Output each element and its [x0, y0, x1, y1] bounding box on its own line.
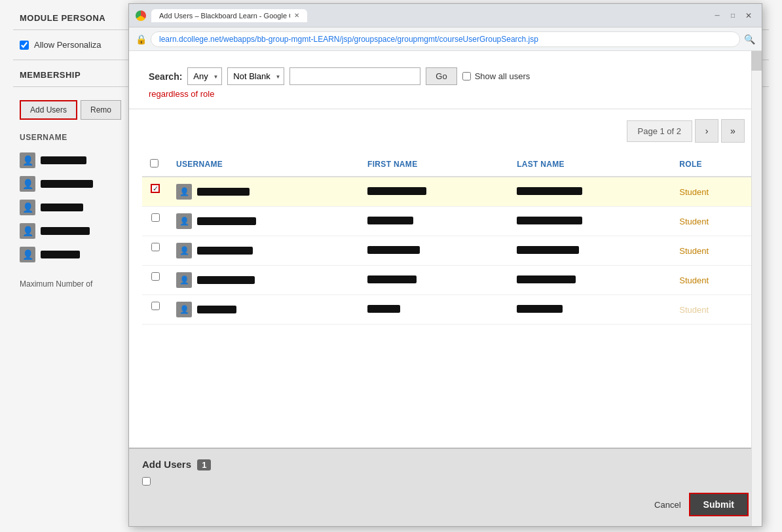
next-page-button[interactable]: › — [695, 119, 718, 143]
avatar: 👤 — [176, 302, 192, 317]
last-page-button[interactable]: » — [721, 119, 745, 143]
minimize-button[interactable]: ─ — [711, 9, 724, 22]
search-section: Search: Any Not Blank Go Show all users — [129, 51, 762, 109]
maximize-button[interactable]: □ — [726, 9, 739, 22]
search-input[interactable] — [289, 67, 420, 85]
cancel-button[interactable]: Cancel — [654, 500, 680, 510]
add-users-title: Add Users 1 — [142, 459, 749, 470]
chrome-logo-area — [136, 10, 146, 21]
lastname-cell — [509, 295, 671, 325]
redacted-username — [197, 247, 253, 255]
redacted-firstname — [367, 217, 413, 224]
username-header: USERNAME — [168, 152, 360, 177]
firstname-cell — [360, 295, 509, 325]
field-select[interactable]: Any — [187, 67, 222, 85]
bottom-checkbox[interactable] — [142, 477, 151, 486]
address-input[interactable] — [151, 31, 740, 47]
close-button[interactable]: ✕ — [742, 9, 755, 22]
username-cell: 👤 — [168, 295, 360, 325]
chrome-tab[interactable]: Add Users – Blackboard Learn - Google Ch… — [151, 9, 307, 22]
table-row: 👤 Student — [142, 177, 762, 207]
avatar: 👤 — [20, 152, 35, 168]
allow-label: Allow Personaliza — [34, 40, 102, 50]
regardless-text: regardless of role — [149, 89, 742, 99]
avatar: 👤 — [176, 272, 192, 288]
show-all-label[interactable]: Show all users — [462, 71, 531, 81]
row-checkbox-cell — [142, 177, 168, 200]
redacted-lastname — [517, 187, 582, 195]
avatar: 👤 — [176, 243, 192, 258]
role-cell: Student — [671, 266, 762, 295]
role-cell: Student — [671, 207, 762, 236]
scrollbar-thumb[interactable] — [751, 51, 762, 71]
lastname-cell — [509, 266, 671, 295]
page-indicator: Page 1 of 2 — [627, 120, 693, 142]
redacted-firstname — [367, 275, 417, 283]
select-all-checkbox[interactable] — [150, 159, 158, 168]
show-all-text: Show all users — [475, 71, 531, 81]
lastname-header: LAST NAME — [509, 152, 671, 177]
row-checkbox-cell — [142, 207, 168, 228]
user-cell: 👤 — [176, 272, 352, 288]
redacted-username — [197, 188, 250, 196]
window-controls: ─ □ ✕ — [711, 9, 755, 22]
firstname-cell — [360, 207, 509, 236]
condition-select[interactable]: Not Blank — [227, 67, 284, 85]
redacted-lastname — [517, 217, 582, 224]
redacted-username — [41, 156, 86, 164]
go-button[interactable]: Go — [426, 67, 456, 85]
tab-close-icon[interactable]: ✕ — [294, 12, 299, 19]
redacted-firstname — [367, 305, 400, 313]
redacted-username — [41, 180, 93, 188]
role-cell: Student — [671, 177, 762, 207]
redacted-username — [41, 227, 90, 235]
role-header: ROLE — [671, 152, 762, 177]
redacted-lastname — [517, 275, 576, 283]
row-checkbox[interactable] — [151, 302, 160, 310]
row-checkbox[interactable] — [151, 243, 160, 251]
refresh-icon[interactable]: 🔍 — [744, 34, 755, 44]
user-cell: 👤 — [176, 213, 352, 229]
username-cell: 👤 — [168, 207, 360, 236]
count-badge: 1 — [197, 459, 211, 470]
scrollbar-track[interactable] — [751, 51, 762, 526]
users-table-wrapper: USERNAME FIRST NAME LAST NAME ROLE — [129, 152, 762, 448]
avatar: 👤 — [176, 184, 192, 200]
redacted-firstname — [367, 187, 426, 195]
firstname-cell — [360, 236, 509, 266]
tab-title: Add Users – Blackboard Learn - Google Ch… — [159, 12, 290, 20]
username-cell: 👤 — [168, 266, 360, 295]
search-row: Search: Any Not Blank Go Show all users — [149, 67, 742, 85]
add-users-label: Add Users — [142, 459, 191, 470]
firstname-cell — [360, 266, 509, 295]
redacted-username — [41, 251, 80, 258]
avatar: 👤 — [20, 223, 35, 239]
row-checkbox[interactable] — [151, 213, 160, 222]
bottom-panel: Add Users 1 Cancel Submit — [129, 448, 762, 526]
avatar: 👤 — [20, 200, 35, 215]
field-select-wrapper: Any — [187, 67, 222, 85]
lastname-cell — [509, 236, 671, 266]
users-table: USERNAME FIRST NAME LAST NAME ROLE — [142, 152, 762, 325]
show-all-checkbox[interactable] — [462, 72, 471, 80]
allow-checkbox[interactable] — [20, 41, 29, 50]
username-cell: 👤 — [168, 177, 360, 207]
avatar: 👤 — [20, 176, 35, 192]
firstname-header: FIRST NAME — [360, 152, 509, 177]
row-checkbox[interactable] — [151, 272, 160, 281]
redacted-username — [41, 204, 83, 211]
add-users-button[interactable]: Add Users — [20, 100, 77, 120]
lastname-cell — [509, 177, 671, 207]
redacted-username — [197, 276, 255, 284]
redacted-username — [197, 217, 256, 225]
select-all-header — [142, 152, 168, 177]
row-checkbox-cell — [142, 295, 168, 317]
redacted-lastname — [517, 305, 563, 313]
avatar: 👤 — [176, 213, 192, 229]
redacted-firstname — [367, 246, 420, 254]
search-label: Search: — [149, 71, 182, 82]
row-checkbox-checked[interactable] — [151, 184, 160, 193]
remove-button[interactable]: Remo — [81, 100, 121, 120]
row-checkbox-cell — [142, 236, 168, 258]
submit-button[interactable]: Submit — [689, 493, 749, 516]
